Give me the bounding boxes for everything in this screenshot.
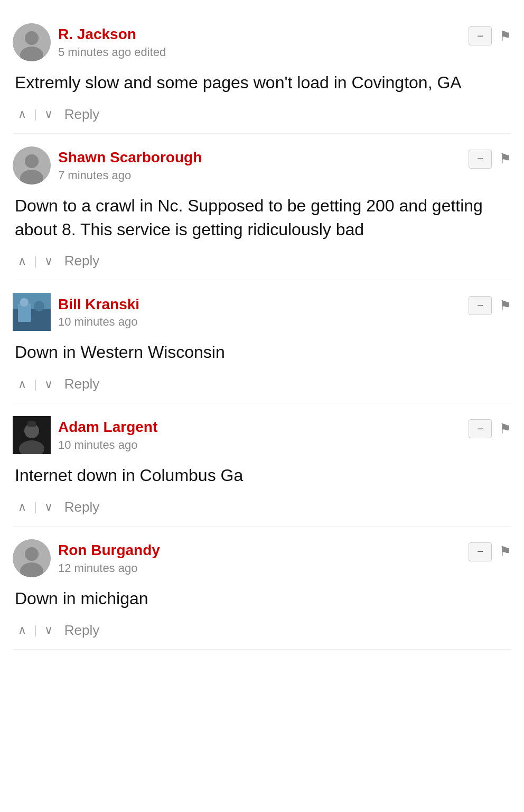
vote-row: ∧ | ∨ Reply: [13, 251, 511, 271]
comment-header: Adam Largent 10 minutes ago − ⚑: [13, 416, 511, 454]
collapse-button[interactable]: −: [469, 296, 492, 315]
vote-row: ∧ | ∨ Reply: [13, 374, 511, 394]
comment-item: Ron Burgandy 12 minutes ago − ⚑ Down in …: [13, 527, 511, 650]
vote-row: ∧ | ∨ Reply: [13, 620, 511, 641]
flag-button[interactable]: ⚑: [499, 421, 511, 437]
downvote-button[interactable]: ∨: [41, 498, 56, 516]
flag-button[interactable]: ⚑: [499, 28, 511, 44]
timestamp: 5 minutes ago edited: [58, 45, 166, 59]
comment-header-left: Shawn Scarborough 7 minutes ago: [13, 146, 202, 184]
timestamp: 12 minutes ago: [58, 561, 160, 575]
svg-point-16: [25, 547, 39, 561]
vote-divider: |: [34, 500, 37, 514]
comment-body: Internet down in Columbus Ga: [13, 464, 511, 487]
user-info: Ron Burgandy 12 minutes ago: [58, 541, 160, 575]
comment-item: R. Jackson 5 minutes ago edited − ⚑ Extr…: [13, 11, 511, 134]
comment-body: Down to a crawl in Nc. Supposed to be ge…: [13, 194, 511, 242]
comment-item: Shawn Scarborough 7 minutes ago − ⚑ Down…: [13, 134, 511, 281]
vote-row: ∧ | ∨ Reply: [13, 497, 511, 518]
flag-button[interactable]: ⚑: [499, 151, 511, 167]
flag-button[interactable]: ⚑: [499, 298, 511, 314]
username: Ron Burgandy: [58, 541, 160, 559]
downvote-button[interactable]: ∨: [41, 252, 56, 270]
collapse-button[interactable]: −: [469, 26, 492, 45]
comment-header-left: R. Jackson 5 minutes ago edited: [13, 23, 166, 61]
user-info: Bill Kranski 10 minutes ago: [58, 296, 139, 329]
comment-item: Adam Largent 10 minutes ago − ⚑ Internet…: [13, 403, 511, 527]
comment-header: R. Jackson 5 minutes ago edited − ⚑: [13, 23, 511, 61]
svg-rect-14: [27, 421, 36, 427]
svg-point-1: [25, 31, 39, 45]
comment-header-left: Ron Burgandy 12 minutes ago: [13, 539, 160, 577]
vote-divider: |: [34, 107, 37, 121]
username: Shawn Scarborough: [58, 149, 202, 167]
username: Adam Largent: [58, 418, 157, 436]
avatar: [13, 23, 51, 61]
upvote-button[interactable]: ∧: [15, 105, 30, 123]
vote-row: ∧ | ∨ Reply: [13, 104, 511, 125]
reply-button[interactable]: Reply: [60, 104, 104, 125]
flag-button[interactable]: ⚑: [499, 543, 511, 560]
comment-actions-right: − ⚑: [469, 296, 511, 315]
vote-divider: |: [34, 377, 37, 391]
timestamp: 10 minutes ago: [58, 438, 157, 452]
username: R. Jackson: [58, 25, 166, 43]
comment-header: Bill Kranski 10 minutes ago − ⚑: [13, 293, 511, 331]
avatar: [13, 293, 51, 331]
svg-point-9: [20, 298, 29, 307]
collapse-button[interactable]: −: [469, 542, 492, 561]
user-info: Adam Largent 10 minutes ago: [58, 418, 157, 452]
downvote-button[interactable]: ∨: [41, 375, 56, 393]
upvote-button[interactable]: ∧: [15, 252, 30, 270]
reply-button[interactable]: Reply: [60, 374, 104, 394]
collapse-button[interactable]: −: [469, 419, 492, 438]
avatar: [13, 539, 51, 577]
comment-body: Down in Western Wisconsin: [13, 340, 511, 364]
comments-list: R. Jackson 5 minutes ago edited − ⚑ Extr…: [0, 0, 524, 660]
user-info: Shawn Scarborough 7 minutes ago: [58, 149, 202, 182]
comment-actions-right: − ⚑: [469, 542, 511, 561]
timestamp: 10 minutes ago: [58, 315, 139, 329]
svg-point-4: [25, 154, 39, 168]
collapse-button[interactable]: −: [469, 150, 492, 169]
downvote-button[interactable]: ∨: [41, 621, 56, 639]
comment-item: Bill Kranski 10 minutes ago − ⚑ Down in …: [13, 280, 511, 403]
avatar: [13, 416, 51, 454]
comment-actions-right: − ⚑: [469, 419, 511, 438]
reply-button[interactable]: Reply: [60, 251, 104, 271]
comment-body: Down in michigan: [13, 587, 511, 611]
comment-header-left: Adam Largent 10 minutes ago: [13, 416, 157, 454]
reply-button[interactable]: Reply: [60, 620, 104, 641]
timestamp: 7 minutes ago: [58, 169, 202, 182]
avatar: [13, 146, 51, 184]
upvote-button[interactable]: ∧: [15, 375, 30, 393]
reply-button[interactable]: Reply: [60, 497, 104, 518]
user-info: R. Jackson 5 minutes ago edited: [58, 25, 166, 59]
comment-body: Extremly slow and some pages won't load …: [13, 71, 511, 95]
svg-point-10: [34, 301, 44, 311]
comment-actions-right: − ⚑: [469, 26, 511, 45]
vote-divider: |: [34, 623, 37, 637]
vote-divider: |: [34, 254, 37, 268]
downvote-button[interactable]: ∨: [41, 105, 56, 123]
comment-header-left: Bill Kranski 10 minutes ago: [13, 293, 139, 331]
comment-header: Ron Burgandy 12 minutes ago − ⚑: [13, 539, 511, 577]
username: Bill Kranski: [58, 296, 139, 313]
upvote-button[interactable]: ∧: [15, 498, 30, 516]
comment-actions-right: − ⚑: [469, 150, 511, 169]
upvote-button[interactable]: ∧: [15, 621, 30, 639]
comment-header: Shawn Scarborough 7 minutes ago − ⚑: [13, 146, 511, 184]
